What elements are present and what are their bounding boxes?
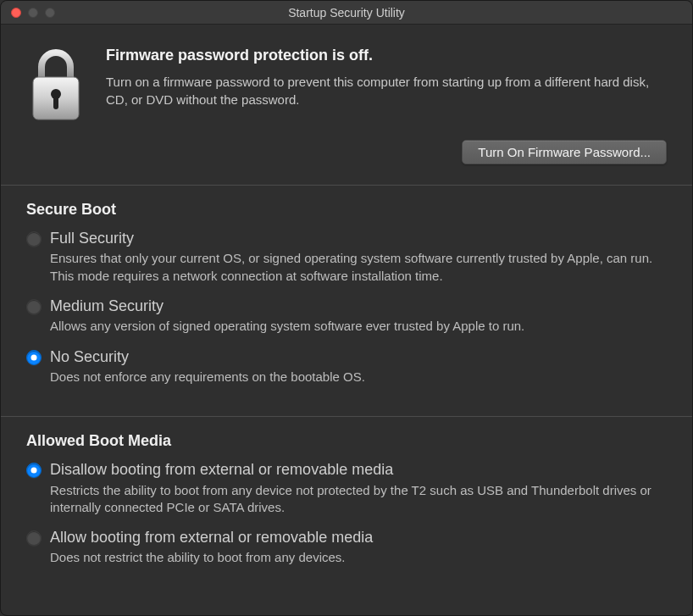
radio-no-security[interactable] xyxy=(26,350,42,365)
svg-rect-2 xyxy=(53,96,58,109)
option-label-medium-security[interactable]: Medium Security xyxy=(50,297,667,316)
secure-boot-option-medium: Medium Security Allows any version of si… xyxy=(26,297,667,336)
option-desc-disallow-external: Restricts the ability to boot from any d… xyxy=(50,482,667,517)
lock-icon xyxy=(26,47,86,123)
firmware-title: Firmware password protection is off. xyxy=(106,47,667,64)
option-label-disallow-external[interactable]: Disallow booting from external or remova… xyxy=(50,460,667,480)
window: Startup Security Utility xyxy=(0,0,693,616)
option-desc-full-security: Ensures that only your current OS, or si… xyxy=(50,250,667,285)
content: Firmware password protection is off. Tur… xyxy=(1,25,692,615)
radio-disallow-external[interactable] xyxy=(26,463,42,478)
boot-media-option-allow: Allow booting from external or removable… xyxy=(26,528,667,567)
secure-boot-title: Secure Boot xyxy=(26,201,667,219)
minimize-button[interactable] xyxy=(28,8,38,18)
radio-full-security[interactable] xyxy=(26,231,42,247)
turn-on-firmware-password-button[interactable]: Turn On Firmware Password... xyxy=(462,140,667,164)
firmware-button-row: Turn On Firmware Password... xyxy=(1,140,692,185)
window-title: Startup Security Utility xyxy=(1,6,692,19)
firmware-description: Turn on a firmware password to prevent t… xyxy=(106,73,667,108)
secure-boot-option-none: No Security Does not enforce any require… xyxy=(26,347,667,386)
close-button[interactable] xyxy=(11,8,21,18)
option-label-no-security[interactable]: No Security xyxy=(50,347,667,367)
option-label-full-security[interactable]: Full Security xyxy=(50,229,667,248)
boot-media-section: Allowed Boot Media Disallow booting from… xyxy=(1,417,692,597)
firmware-header-text: Firmware password protection is off. Tur… xyxy=(106,47,667,123)
firmware-header: Firmware password protection is off. Tur… xyxy=(1,25,692,140)
traffic-lights xyxy=(11,8,55,18)
titlebar: Startup Security Utility xyxy=(1,1,692,25)
radio-medium-security[interactable] xyxy=(26,299,42,314)
secure-boot-option-full: Full Security Ensures that only your cur… xyxy=(26,229,667,285)
option-desc-no-security: Does not enforce any requirements on the… xyxy=(50,369,667,386)
zoom-button[interactable] xyxy=(45,8,55,18)
radio-allow-external[interactable] xyxy=(26,530,42,546)
boot-media-option-disallow: Disallow booting from external or remova… xyxy=(26,460,667,516)
option-desc-medium-security: Allows any version of signed operating s… xyxy=(50,318,667,335)
option-desc-allow-external: Does not restrict the ability to boot fr… xyxy=(50,549,667,566)
option-label-allow-external[interactable]: Allow booting from external or removable… xyxy=(50,528,667,547)
boot-media-title: Allowed Boot Media xyxy=(26,432,667,450)
secure-boot-section: Secure Boot Full Security Ensures that o… xyxy=(1,186,692,416)
